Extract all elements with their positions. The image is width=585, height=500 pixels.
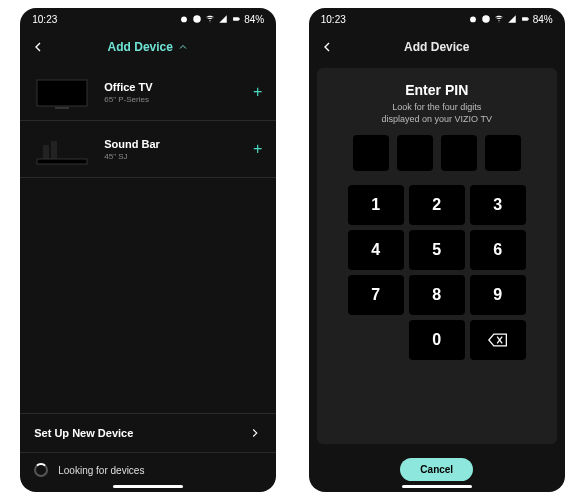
device-list-content: Office TV 65" P-Series + Sound Bar 45" S… (20, 64, 276, 492)
setup-label: Set Up New Device (34, 427, 133, 439)
device-row[interactable]: Office TV 65" P-Series + (20, 64, 276, 121)
wifi-icon (205, 14, 215, 24)
chevron-right-icon (248, 426, 262, 440)
cancel-button[interactable]: Cancel (400, 458, 473, 481)
key-7[interactable]: 7 (348, 275, 404, 315)
setup-new-device-button[interactable]: Set Up New Device (20, 413, 276, 453)
status-right-cluster: 84% (179, 14, 264, 25)
battery-icon (231, 14, 241, 24)
looking-label: Looking for devices (58, 465, 144, 476)
status-bar: 10:23 84% (309, 8, 565, 30)
status-right-cluster: 84% (468, 14, 553, 25)
svg-point-10 (470, 17, 476, 23)
alarm-icon (468, 14, 478, 24)
signal-icon (507, 14, 517, 24)
header-title-label: Add Device (108, 40, 173, 54)
svg-point-2 (210, 22, 211, 23)
back-button[interactable] (319, 39, 335, 55)
battery-icon (520, 14, 530, 24)
tv-icon (34, 74, 90, 110)
header-title: Add Device (404, 40, 469, 54)
svg-rect-4 (239, 18, 240, 20)
chevron-up-icon (177, 41, 189, 53)
svg-rect-6 (55, 107, 69, 109)
signal-icon (218, 14, 228, 24)
chevron-left-icon (30, 39, 46, 55)
pin-digit-box (441, 135, 477, 171)
key-4[interactable]: 4 (348, 230, 404, 270)
svg-rect-14 (528, 18, 529, 20)
svg-rect-8 (51, 141, 57, 159)
device-name: Sound Bar (104, 138, 239, 150)
key-2[interactable]: 2 (409, 185, 465, 225)
pin-digit-box (353, 135, 389, 171)
keypad: 1 2 3 4 5 6 7 8 9 0 (348, 185, 526, 360)
dnd-icon (192, 14, 202, 24)
back-button[interactable] (30, 39, 46, 55)
header: Add Device (20, 30, 276, 64)
svg-rect-13 (522, 17, 528, 20)
svg-point-12 (498, 22, 499, 23)
cancel-row: Cancel (309, 452, 565, 483)
battery-percent: 84% (533, 14, 553, 25)
home-indicator[interactable] (402, 485, 472, 488)
svg-rect-9 (37, 159, 87, 164)
chevron-left-icon (319, 39, 335, 55)
add-device-plus-icon[interactable]: + (253, 140, 262, 158)
key-backspace[interactable] (470, 320, 526, 360)
key-5[interactable]: 5 (409, 230, 465, 270)
key-1[interactable]: 1 (348, 185, 404, 225)
backspace-icon (488, 333, 508, 347)
svg-point-11 (482, 15, 490, 23)
device-info: Sound Bar 45" SJ (104, 138, 239, 161)
pin-digit-box (397, 135, 433, 171)
battery-percent: 84% (244, 14, 264, 25)
spinner-icon (34, 463, 48, 477)
status-time: 10:23 (321, 14, 346, 25)
header: Add Device (309, 30, 565, 64)
screen-enter-pin: 10:23 84% Add Device Enter PIN Look for … (309, 8, 565, 492)
key-3[interactable]: 3 (470, 185, 526, 225)
home-indicator[interactable] (113, 485, 183, 488)
pin-subtitle: Look for the four digits displayed on yo… (382, 102, 492, 125)
add-device-plus-icon[interactable]: + (253, 83, 262, 101)
looking-status: Looking for devices (20, 453, 276, 483)
svg-point-1 (193, 15, 201, 23)
pin-title: Enter PIN (405, 82, 468, 98)
header-title[interactable]: Add Device (108, 40, 189, 54)
pin-boxes (353, 135, 521, 171)
dnd-icon (481, 14, 491, 24)
device-row[interactable]: Sound Bar 45" SJ + (20, 121, 276, 178)
device-subtitle: 65" P-Series (104, 95, 239, 104)
device-info: Office TV 65" P-Series (104, 81, 239, 104)
svg-rect-7 (43, 145, 49, 159)
status-time: 10:23 (32, 14, 57, 25)
key-6[interactable]: 6 (470, 230, 526, 270)
device-name: Office TV (104, 81, 239, 93)
svg-rect-5 (37, 80, 87, 106)
status-bar: 10:23 84% (20, 8, 276, 30)
key-9[interactable]: 9 (470, 275, 526, 315)
device-subtitle: 45" SJ (104, 152, 239, 161)
pin-digit-box (485, 135, 521, 171)
key-0[interactable]: 0 (409, 320, 465, 360)
svg-rect-3 (233, 17, 239, 20)
soundbar-icon (34, 131, 90, 167)
alarm-icon (179, 14, 189, 24)
screen-device-list: 10:23 84% Add Device Office TV 65" P-Ser… (20, 8, 276, 492)
pin-content: Enter PIN Look for the four digits displ… (309, 64, 565, 492)
key-8[interactable]: 8 (409, 275, 465, 315)
svg-point-0 (181, 17, 187, 23)
pin-panel: Enter PIN Look for the four digits displ… (317, 68, 557, 444)
wifi-icon (494, 14, 504, 24)
